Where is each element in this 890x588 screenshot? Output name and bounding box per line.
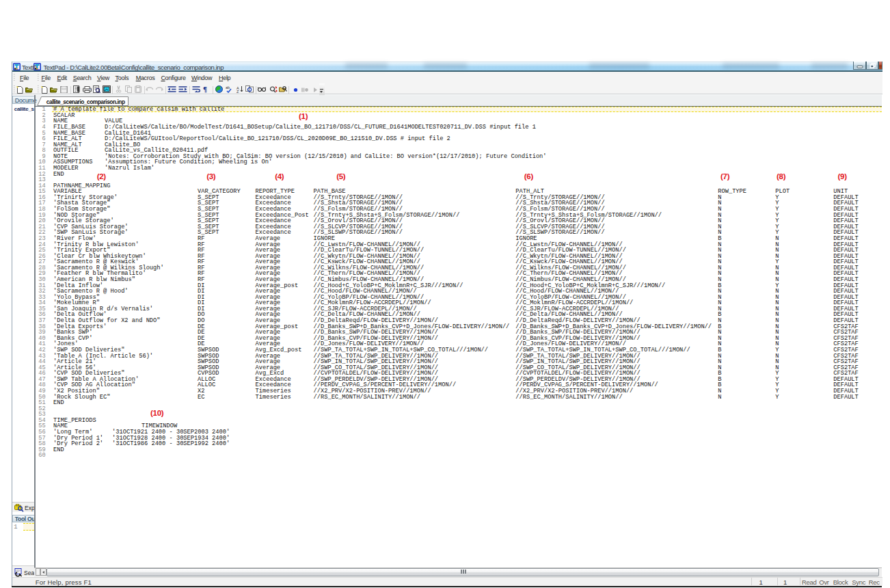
- svg-text:Z: Z: [237, 90, 239, 93]
- svg-text:Expl: Expl: [25, 505, 34, 511]
- svg-text:ab: ab: [226, 85, 230, 90]
